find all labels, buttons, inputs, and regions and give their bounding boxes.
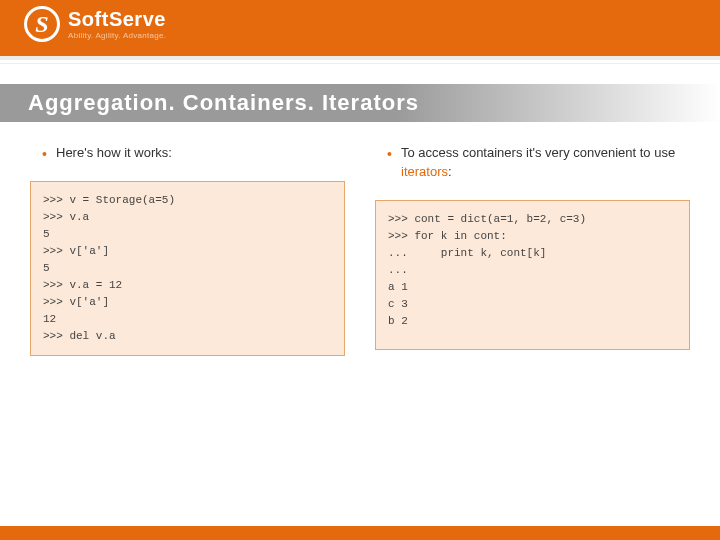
logo-text: SoftServe Ability. Agility. Advantage. [68, 8, 166, 40]
header-shadow [0, 56, 720, 60]
brand-name: SoftServe [68, 8, 166, 31]
left-bullet-list: Here's how it works: [30, 144, 345, 163]
page-title: Aggregation. Containers. Iterators [28, 90, 419, 116]
right-bullet-list: To access containers it's very convenien… [375, 144, 690, 182]
footer-bar [0, 526, 720, 540]
left-bullet: Here's how it works: [42, 144, 345, 163]
left-column: Here's how it works: >>> v = Storage(a=5… [30, 144, 345, 356]
brand-name-secondary: Serve [109, 8, 166, 30]
logo-mark-icon [24, 6, 60, 42]
header-bar: SoftServe Ability. Agility. Advantage. [0, 0, 720, 56]
left-code-box: >>> v = Storage(a=5) >>> v.a 5 >>> v['a'… [30, 181, 345, 356]
right-bullet-highlight: iterators [401, 164, 448, 179]
right-bullet-pre: To access containers it's very convenien… [401, 145, 675, 160]
brand-tagline: Ability. Agility. Advantage. [68, 31, 166, 40]
right-bullet: To access containers it's very convenien… [387, 144, 690, 182]
slide: SoftServe Ability. Agility. Advantage. A… [0, 0, 720, 540]
right-column: To access containers it's very convenien… [375, 144, 690, 356]
title-bar: Aggregation. Containers. Iterators [0, 84, 720, 122]
right-bullet-post: : [448, 164, 452, 179]
content-area: Here's how it works: >>> v = Storage(a=5… [0, 122, 720, 356]
brand-logo: SoftServe Ability. Agility. Advantage. [24, 6, 166, 42]
brand-name-primary: Soft [68, 8, 109, 30]
right-code-box: >>> cont = dict(a=1, b=2, c=3) >>> for k… [375, 200, 690, 350]
